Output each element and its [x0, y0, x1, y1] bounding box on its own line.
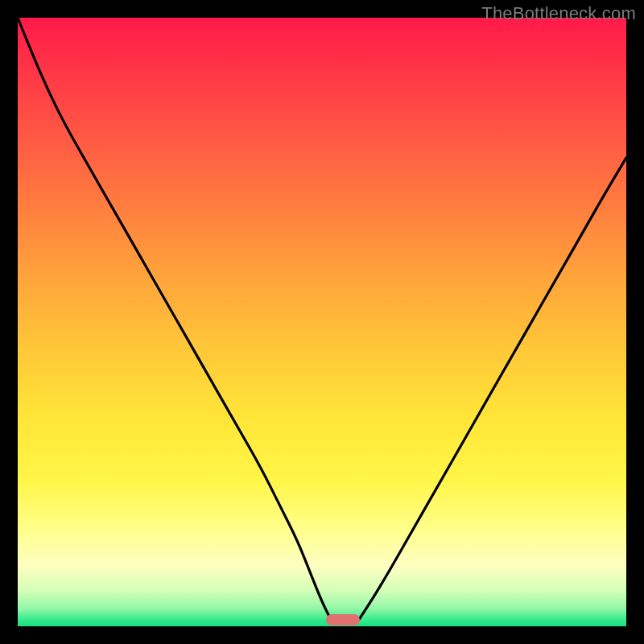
- optimum-marker: [326, 614, 360, 625]
- watermark-text: TheBottleneck.com: [481, 3, 636, 24]
- bottleneck-curve: [18, 18, 626, 626]
- plot-area: [18, 18, 626, 626]
- curve-right-branch: [358, 158, 626, 621]
- curve-left-branch: [18, 18, 331, 620]
- chart-frame: TheBottleneck.com: [0, 0, 644, 644]
